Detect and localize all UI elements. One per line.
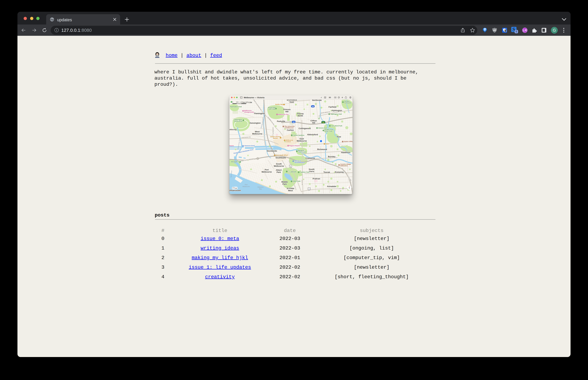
svg-text:1,000: 1,000 bbox=[240, 101, 243, 103]
svg-text:CURZON ST: CURZON ST bbox=[272, 127, 274, 134]
svg-text:−: − bbox=[339, 187, 341, 190]
svg-text:otscray: otscray bbox=[230, 128, 237, 131]
svg-text:Lakeside: Lakeside bbox=[290, 171, 296, 172]
svg-text:24°: 24° bbox=[235, 187, 237, 189]
svg-text:Studley ParkPicnic Area: Studley ParkPicnic Area bbox=[324, 129, 333, 132]
svg-text:3D: 3D bbox=[329, 96, 331, 98]
svg-text:Swanson Dock: Swanson Dock bbox=[244, 145, 255, 147]
svg-text:Kew: Kew bbox=[337, 135, 341, 138]
svg-text:-: - bbox=[347, 187, 348, 189]
svg-text:AlbertPark: AlbertPark bbox=[276, 169, 282, 173]
svg-text:Prahran: Prahran bbox=[313, 177, 320, 180]
svg-text:Pipemakers Park: Pipemakers Park bbox=[230, 106, 242, 108]
svg-text:heatre: heatre bbox=[230, 145, 234, 147]
svg-text:FlemingtonRacecourse: FlemingtonRacecourse bbox=[234, 119, 242, 122]
svg-text:Regent Theatre: Regent Theatre bbox=[289, 145, 300, 147]
svg-text:500: 500 bbox=[236, 101, 239, 103]
svg-text:FitzroyNorth: FitzroyNorth bbox=[297, 113, 304, 117]
svg-text:Kooyong: Kooyong bbox=[335, 171, 344, 173]
svg-text:Docklands: Docklands bbox=[267, 150, 277, 152]
svg-text:Armadale: Armadale bbox=[327, 185, 336, 188]
svg-text:1: 1 bbox=[309, 188, 310, 190]
svg-text:46: 46 bbox=[293, 121, 294, 123]
svg-text:Burnley: Burnley bbox=[328, 155, 336, 158]
svg-text:Xavier College: Xavier College bbox=[344, 140, 353, 142]
svg-text:Southbank: Southbank bbox=[275, 156, 286, 159]
svg-text:N: N bbox=[349, 187, 350, 189]
svg-text:Melbourne Zoo: Melbourne Zoo bbox=[278, 114, 289, 115]
svg-text:29: 29 bbox=[312, 106, 314, 107]
svg-text:1,500 m: 1,500 m bbox=[245, 101, 250, 103]
svg-text:Alphington: Alphington bbox=[332, 109, 342, 112]
svg-text:Kensington: Kensington bbox=[250, 122, 261, 124]
svg-text:Toorak: Toorak bbox=[323, 171, 330, 173]
svg-text:Alphington Park: Alphington Park bbox=[331, 113, 342, 115]
svg-text:IKEA: IKEA bbox=[326, 143, 329, 145]
svg-text:Collingwood: Collingwood bbox=[299, 127, 311, 130]
svg-text:.: . bbox=[349, 189, 349, 190]
svg-text:+: + bbox=[342, 187, 344, 190]
svg-text:Yarra Bend Park: Yarra Bend Park bbox=[331, 125, 342, 127]
svg-text:SouthYarra: SouthYarra bbox=[309, 168, 315, 172]
svg-text:8: 8 bbox=[516, 30, 517, 33]
svg-text:Royal ParkGolf Club: Royal ParkGolf Club bbox=[268, 107, 276, 110]
svg-text:Parkville: Parkville bbox=[277, 120, 285, 122]
svg-text:Carlton Gardens: Carlton Gardens bbox=[293, 134, 304, 136]
svg-text:Victoria Park: Victoria Park bbox=[318, 127, 327, 129]
svg-text:Hawthorn: Hawthorn bbox=[341, 151, 350, 153]
svg-text:Cremorne: Cremorne bbox=[305, 157, 315, 159]
svg-text:uO: uO bbox=[493, 29, 496, 31]
svg-text:0: 0 bbox=[232, 101, 233, 103]
svg-text:Fairfield: Fairfield bbox=[329, 106, 336, 108]
svg-text:Williamstown: Williamstown bbox=[230, 189, 241, 191]
svg-text:-: - bbox=[351, 187, 351, 189]
svg-text:Melbourne — Victoria: Melbourne — Victoria bbox=[244, 96, 265, 99]
svg-text:1: 1 bbox=[290, 166, 291, 167]
svg-text:Richmond: Richmond bbox=[317, 148, 327, 151]
svg-text:The Universityof Melbourne: The Universityof Melbourne bbox=[284, 125, 294, 129]
svg-text:Fawkner Park: Fawkner Park bbox=[300, 171, 309, 173]
svg-text:Albert Park: Albert Park bbox=[293, 180, 300, 182]
svg-text:Carlton: Carlton bbox=[287, 129, 294, 131]
svg-text:LR: LR bbox=[523, 29, 527, 32]
svg-text:DFO South Wharf: DFO South Wharf bbox=[276, 154, 288, 156]
svg-text:Flemington: Flemington bbox=[254, 112, 265, 114]
svg-text:Abbotsford: Abbotsford bbox=[307, 133, 318, 136]
svg-text:M3: M3 bbox=[322, 121, 324, 123]
